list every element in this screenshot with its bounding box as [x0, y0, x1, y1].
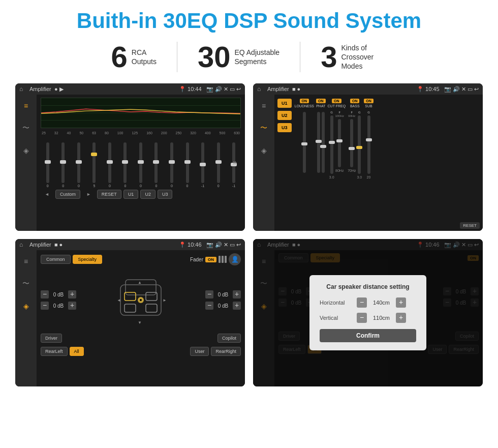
eq-slider-3: 5 — [87, 142, 102, 188]
fader-status-bar: ⌂ Amplifier ■ ● 📍 10:46 📷 🔊 ✕ ▭ ↩ — [15, 239, 245, 250]
fader-all-btn[interactable]: All — [70, 347, 84, 356]
fader-rearright-btn[interactable]: RearRight — [211, 347, 241, 356]
amp-time: 📍 10:45 📷 🔊 ✕ ▭ ↩ — [417, 86, 479, 93]
fader-db-value-4: 0 dB — [215, 303, 231, 309]
fader-minus-1[interactable]: − — [41, 290, 49, 298]
stat-number-eq: 30 — [198, 42, 231, 72]
eq-main-area: 253240 506380 100125160 200250320 400500… — [37, 95, 245, 231]
fader-driver-btn[interactable]: Driver — [41, 334, 62, 343]
fader-minus-3[interactable]: − — [205, 290, 213, 298]
amp-sub-on[interactable]: ON — [364, 99, 374, 103]
svg-text:▲: ▲ — [138, 280, 142, 285]
amp-screen-content: ≡ 〜 ◈ U1 U2 U3 — [253, 95, 483, 231]
dialog-horizontal-minus[interactable]: − — [357, 297, 367, 308]
fader-label: Fader — [190, 257, 203, 262]
fader-plus-1[interactable]: + — [68, 290, 76, 298]
eq-arrows[interactable]: » — [233, 158, 237, 166]
eq-custom-btn[interactable]: Custom — [55, 190, 80, 199]
amp-cutfreq-col: ON CUT FREQ G 3.0 F — [328, 99, 346, 179]
fader-common-tab[interactable]: Common — [41, 255, 71, 264]
fader-user-btn[interactable]: User — [190, 347, 209, 356]
eq-slider-4: 0 — [103, 142, 117, 188]
car-diagram: ▲ ▼ ◄ ► — [80, 270, 201, 331]
stat-number-crossover: 3 — [321, 42, 337, 72]
fader-time: 📍 10:46 📷 🔊 ✕ ▭ ↩ — [179, 242, 241, 248]
amp-sub-label: SUB — [365, 104, 372, 108]
amp-loudness-on[interactable]: ON — [300, 99, 309, 103]
stats-row: 6 RCAOutputs 30 EQ AdjustableSegments 3 … — [15, 42, 483, 72]
fader-sidebar-speaker[interactable]: ◈ — [19, 299, 33, 313]
dialog-title: Car speaker distance setting — [320, 283, 416, 290]
svg-rect-7 — [124, 304, 136, 312]
fader-bottom-buttons: Driver Copilot — [41, 334, 241, 343]
amp-sidebar-equalizer[interactable]: ≡ — [257, 99, 271, 113]
dialog-vertical-plus[interactable]: + — [396, 313, 406, 323]
eq-sidebar-speaker[interactable]: ◈ — [19, 143, 33, 158]
amp-reset-btn[interactable]: RESET — [460, 222, 480, 229]
fader-bottom-buttons-2: RearLeft All User RearRight — [41, 347, 241, 356]
eq-time: 📍 10:44 📷 🔊 ✕ ▭ ↩ — [179, 86, 241, 93]
amp-phat-on[interactable]: ON — [316, 99, 326, 103]
eq-next-btn[interactable]: ► — [82, 190, 95, 198]
fader-copilot-btn[interactable]: Copilot — [217, 334, 241, 343]
amp-cutfreq-on[interactable]: ON — [332, 99, 341, 103]
eq-u2-btn[interactable]: U2 — [140, 190, 155, 199]
fader-minus-4[interactable]: − — [205, 302, 213, 310]
amp-sidebar-wave[interactable]: 〜 — [257, 121, 271, 135]
svg-rect-8 — [146, 304, 157, 312]
fader-rearleft-btn[interactable]: RearLeft — [41, 347, 68, 356]
screens-grid: ⌂ Amplifier ● ▶ 📍 10:44 📷 🔊 ✕ ▭ ↩ ≡ 〜 ◈ — [15, 83, 483, 386]
fader-home-icon: ⌂ — [19, 241, 26, 248]
amp-cutfreq-label: CUT FREQ — [328, 104, 346, 108]
eq-slider-9: 0 — [180, 142, 195, 188]
fader-db-control-2: − 0 dB + — [41, 302, 76, 310]
stat-crossover: 3 Kinds ofCrossover Modes — [300, 42, 407, 72]
fader-plus-3[interactable]: + — [233, 290, 241, 298]
eq-slider-11: 0 — [211, 142, 226, 188]
dialog-vertical-minus[interactable]: − — [357, 313, 367, 323]
eq-slider-0: 0 — [41, 142, 55, 188]
amp-u3-btn[interactable]: U3 — [277, 123, 292, 132]
amp-loudness-label: LOUDNESS — [295, 104, 315, 108]
eq-sidebar-equalizer[interactable]: ≡ — [19, 99, 33, 113]
fader-plus-2[interactable]: + — [68, 302, 76, 310]
eq-slider-5: 0 — [118, 142, 133, 188]
amp-u1-btn[interactable]: U1 — [277, 99, 292, 108]
fader-minus-2[interactable]: − — [41, 302, 49, 310]
fader-settings-icon[interactable]: 👤 — [229, 253, 241, 265]
svg-point-10 — [140, 299, 142, 301]
eq-slider-1: 0 — [56, 142, 71, 188]
fader-plus-4[interactable]: + — [233, 302, 241, 310]
fader-screen-content: ≡ 〜 ◈ Common Specialty Fader ON — [15, 250, 245, 386]
eq-u1-btn[interactable]: U1 — [123, 190, 139, 199]
svg-text:►: ► — [163, 298, 167, 303]
dialog-vertical-value: 110cm — [370, 315, 393, 321]
stat-rca: 6 RCAOutputs — [91, 42, 177, 72]
fader-left-controls: − 0 dB + − 0 dB + — [41, 290, 76, 310]
eq-graph — [41, 98, 241, 128]
stat-label-crossover: Kinds ofCrossover Modes — [341, 43, 387, 71]
amp-sidebar-speaker[interactable]: ◈ — [257, 143, 271, 158]
eq-screen-title: Amplifier ● ▶ — [29, 86, 176, 93]
fader-sidebar-equalizer[interactable]: ≡ — [19, 254, 33, 268]
confirm-button[interactable]: Confirm — [320, 329, 416, 342]
amp-u2-btn[interactable]: U2 — [277, 111, 292, 120]
dialog-horizontal-plus[interactable]: + — [396, 297, 406, 308]
fader-sidebar-wave[interactable]: 〜 — [19, 277, 33, 291]
eq-slider-7: 0 — [149, 142, 164, 188]
eq-reset-btn[interactable]: RESET — [97, 190, 121, 199]
stat-eq: 30 EQ AdjustableSegments — [177, 42, 300, 72]
fader-db-control-1: − 0 dB + — [41, 290, 76, 298]
eq-prev-btn[interactable]: ◄ — [41, 190, 53, 198]
eq-sidebar-wave[interactable]: 〜 — [19, 121, 33, 135]
distance-dialog: Car speaker distance setting Horizontal … — [309, 275, 426, 350]
amp-bass-on[interactable]: ON — [350, 99, 360, 103]
dialog-vertical-row: Vertical − 110cm + — [320, 313, 416, 323]
fader-right-controls: − 0 dB + − 0 dB + — [205, 290, 241, 310]
fader-specialty-tab[interactable]: Specialty — [73, 255, 103, 264]
dialog-horizontal-value: 140cm — [370, 300, 393, 306]
fader-db-control-4: − 0 dB + — [205, 302, 241, 310]
eq-u3-btn[interactable]: U3 — [158, 190, 173, 199]
fader-on-badge[interactable]: ON — [205, 257, 216, 262]
eq-slider-10: -1 — [196, 142, 210, 188]
